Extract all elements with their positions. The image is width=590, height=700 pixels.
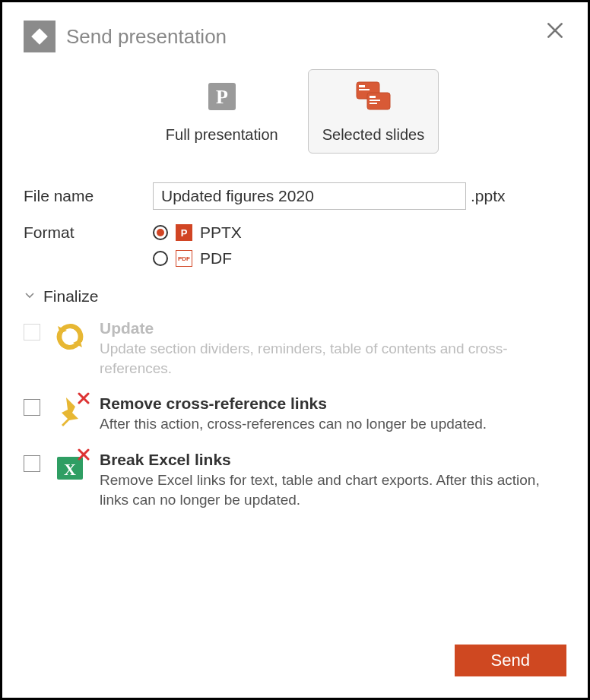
mode-selected-slides[interactable]: Selected slides [308, 69, 439, 154]
format-label: Format [24, 223, 153, 242]
dialog-title: Send presentation [66, 25, 227, 49]
option-title: Remove cross-reference links [100, 394, 566, 413]
dialog-header: Send presentation [24, 21, 566, 52]
svg-rect-4 [359, 85, 365, 87]
filename-label: File name [24, 187, 153, 205]
remove-x-icon [78, 448, 90, 464]
checkbox-update [24, 324, 40, 340]
mode-full-presentation[interactable]: P Full presentation [151, 69, 293, 154]
option-remove-cross-refs: Remove cross-reference links After this … [24, 394, 566, 434]
option-description: After this action, cross-references can … [100, 414, 566, 434]
pin-icon [52, 394, 87, 429]
update-icon [52, 319, 87, 354]
finalize-section-toggle[interactable]: Finalize [24, 287, 566, 306]
pptx-icon: P [176, 224, 192, 241]
option-title: Break Excel links [100, 451, 566, 469]
option-description: Remove Excel links for text, table and c… [100, 470, 566, 509]
svg-rect-8 [370, 103, 377, 104]
app-icon [24, 21, 56, 52]
format-option-label: PDF [200, 249, 232, 268]
option-update: Update Update section dividers, reminder… [24, 319, 566, 378]
checkbox-break-excel-links[interactable] [24, 455, 40, 472]
format-row: Format P PPTX PDF PDF [24, 223, 566, 268]
option-break-excel-links: X Break Excel links Remove Excel links f… [24, 451, 566, 509]
svg-rect-5 [359, 89, 370, 90]
svg-text:X: X [64, 460, 76, 479]
radio-icon [153, 225, 168, 240]
format-option-pdf[interactable]: PDF PDF [153, 249, 242, 268]
option-description: Update section dividers, reminders, tabl… [100, 339, 566, 378]
powerpoint-file-icon: P [203, 78, 241, 119]
mode-label: Selected slides [322, 126, 425, 144]
mode-selector: P Full presentation Selected slides [24, 69, 566, 154]
send-presentation-dialog: Send presentation P Full presentation [0, 0, 590, 700]
remove-x-icon [78, 392, 90, 407]
filename-row: File name .pptx [24, 182, 566, 210]
filename-extension: .pptx [471, 187, 506, 205]
selected-slides-icon [352, 78, 395, 119]
chevron-down-icon [24, 289, 36, 304]
svg-text:P: P [216, 86, 228, 108]
filename-input[interactable] [153, 182, 466, 210]
format-option-label: PPTX [200, 223, 242, 242]
close-button[interactable] [545, 21, 565, 43]
checkbox-remove-cross-refs[interactable] [24, 399, 40, 416]
option-title: Update [100, 319, 566, 337]
mode-label: Full presentation [166, 126, 278, 144]
excel-icon: X [52, 451, 87, 486]
svg-rect-7 [370, 100, 380, 101]
svg-rect-6 [370, 96, 376, 98]
send-button[interactable]: Send [455, 645, 566, 676]
section-title: Finalize [43, 287, 98, 306]
pdf-icon: PDF [176, 250, 192, 267]
format-option-pptx[interactable]: P PPTX [153, 223, 242, 242]
radio-icon [153, 251, 168, 266]
